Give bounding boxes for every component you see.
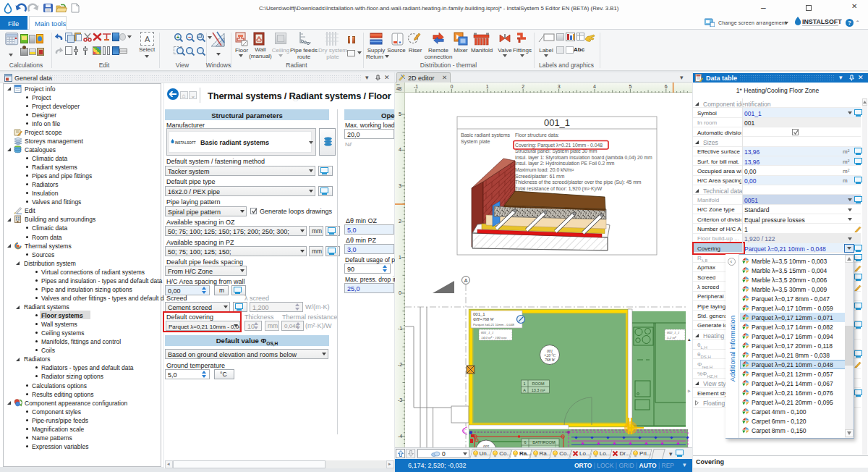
svg-text:-1: -1 — [414, 84, 418, 89]
svg-text:768 W: 768 W — [545, 358, 556, 362]
svg-text:System plate: System plate — [461, 139, 490, 145]
svg-text:13.3 m²: 13.3 m² — [532, 388, 545, 392]
svg-text:001_1: 001_1 — [473, 312, 485, 316]
svg-text:Screed/plaster: 61 mm: Screed/plaster: 61 mm — [515, 174, 565, 180]
svg-text:6: 6 — [665, 84, 668, 89]
svg-text:INSTALSOFT: INSTALSOFT — [802, 18, 842, 25]
svg-text:001_1_1: 001_1_1 — [481, 331, 494, 334]
svg-text:A: A — [464, 278, 468, 283]
svg-text:+: + — [176, 35, 179, 40]
svg-text:5: 5 — [399, 111, 401, 117]
svg-text:Maximum load: 20.0 kN/m²: Maximum load: 20.0 kN/m² — [515, 167, 574, 172]
svg-text:−: − — [188, 35, 191, 40]
svg-text:0: 0 — [399, 290, 401, 295]
svg-text:3: 3 — [558, 84, 561, 89]
svg-text:2: 2 — [522, 84, 524, 89]
svg-text:INSTALSOFT: INSTALSOFT — [175, 141, 196, 145]
svg-text:4: 4 — [593, 84, 596, 89]
svg-text:14.0 m² - 100 mm: 14.0 m² - 100 mm — [481, 336, 507, 340]
svg-text:-1: -1 — [398, 326, 402, 331]
svg-text:-3: -3 — [398, 397, 402, 403]
svg-text:ROOM: ROOM — [532, 382, 545, 386]
svg-text:5: 5 — [629, 84, 631, 89]
svg-text:ΦH=768 W: ΦH=768 W — [473, 317, 494, 321]
svg-text:4: 4 — [399, 147, 401, 152]
svg-text:Insul. layer 2: Hydroinsulatio: Insul. layer 2: Hydroinsulation PE Foil … — [515, 161, 615, 167]
svg-text:Insul. layer 1: Styrofoam insu: Insul. layer 1: Styrofoam insulation boa… — [515, 155, 652, 161]
svg-text:1: 1 — [486, 84, 489, 89]
svg-text:Parquet λ=0,21 10mm - 0,048: Parquet λ=0,21 10mm - 0,048 — [473, 323, 515, 326]
svg-text:002_1_1: 002_1_1 — [667, 331, 680, 334]
svg-text:6: 6 — [524, 440, 526, 444]
svg-text:0: 0 — [450, 84, 453, 89]
svg-text:3: 3 — [399, 183, 401, 188]
svg-text:Thickness of the screed/plaste: Thickness of the screed/plaster over the… — [515, 180, 642, 185]
svg-text:Basic radiant systems: Basic radiant systems — [461, 132, 511, 138]
svg-text:-2: -2 — [398, 362, 402, 367]
svg-text:1: 1 — [523, 382, 525, 386]
svg-text:2: 2 — [399, 219, 401, 224]
svg-text:Total resistance of floor: 1,9: Total resistance of floor: 1,920 (m²·K)/… — [515, 186, 603, 192]
svg-text:5.2 m²: 5.2 m² — [667, 336, 676, 340]
svg-text:BATHROOM: BATHROOM — [532, 440, 556, 444]
svg-text:001_1: 001_1 — [544, 117, 570, 128]
svg-text:Covering: Parquet λ=0.21 10mm: Covering: Parquet λ=0.21 10mm - 0.048 — [515, 143, 603, 148]
svg-text:-4: -4 — [398, 434, 402, 439]
svg-text:Floor structure data:: Floor structure data: — [515, 132, 559, 138]
svg-text:A: A — [523, 388, 526, 392]
svg-text:1: 1 — [399, 255, 401, 260]
